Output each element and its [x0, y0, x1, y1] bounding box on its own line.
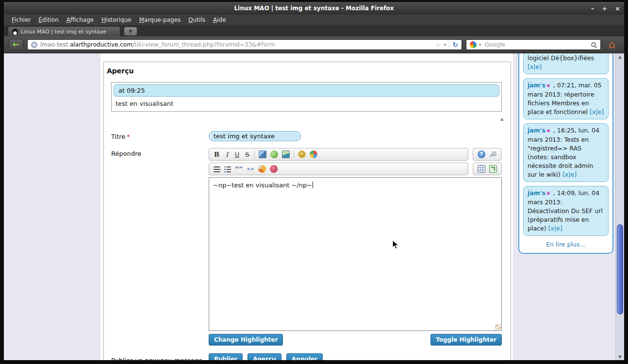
fullscreen-icon[interactable]	[489, 165, 497, 173]
search-input[interactable]	[484, 41, 588, 49]
titlebar[interactable]: Linux MAO | test img et syntaxe - Mozill…	[4, 2, 624, 15]
menu-edition[interactable]: Édition	[34, 16, 63, 24]
list-icon[interactable]	[224, 166, 231, 172]
align-icon[interactable]	[214, 166, 220, 172]
editor: B I U S	[209, 148, 502, 346]
menu-aide[interactable]: Aide	[209, 16, 230, 24]
search-bar[interactable]: ▾	[466, 39, 601, 50]
sidebar-post: jam's★ , 16:25, lun. 04 mars 2013: Tests…	[523, 123, 609, 182]
main-panel: Aperçu at 09:25 test en visualisant ▲ Ti…	[100, 53, 513, 360]
underline-button[interactable]: U	[234, 151, 240, 158]
minimize-button[interactable]: –	[591, 5, 595, 12]
text-caret	[313, 182, 313, 188]
menu-fichier[interactable]: Fichier	[8, 16, 34, 24]
preview-time: at 09:25	[114, 84, 499, 97]
reply-text: ~np~test en visualisant ~/np~	[213, 182, 312, 189]
url-domain: alarthproductive.com	[70, 41, 132, 48]
collapse-row: ▲	[104, 116, 504, 122]
title-input[interactable]	[209, 131, 301, 141]
back-button[interactable]: ←	[9, 39, 23, 50]
scrollbar[interactable]: ▲ ▼	[615, 53, 624, 360]
new-tab-button[interactable]: +	[124, 27, 137, 35]
toolbar-help-group	[473, 148, 502, 161]
author-link[interactable]: jam's	[528, 82, 545, 89]
star-icon: ★	[546, 190, 551, 197]
content-box: Aperçu at 09:25 test en visualisant ▲ Ti…	[103, 62, 511, 360]
bookmark-star-icon[interactable]: ☆	[435, 41, 441, 49]
menu-marque-pages[interactable]: Marque-pages	[135, 16, 185, 24]
tux-favicon	[12, 29, 18, 35]
image-icon[interactable]	[259, 150, 266, 158]
page-viewport: Aperçu at 09:25 test en visualisant ▲ Ti…	[4, 53, 624, 360]
plugin-icon[interactable]	[310, 150, 317, 158]
url-divider	[449, 41, 449, 49]
preview-button[interactable]: Aperçu	[248, 353, 281, 360]
bold-button[interactable]: B	[214, 151, 220, 158]
scroll-up-button[interactable]: ▲	[616, 53, 624, 60]
help-icon[interactable]	[478, 150, 485, 158]
title-row: Titre*	[104, 131, 511, 141]
url-dropdown-icon[interactable]: ▾	[444, 42, 446, 47]
title-label: Titre	[111, 133, 125, 140]
toggle-highlighter-button[interactable]: Toggle Highlighter	[430, 334, 502, 346]
google-icon	[470, 41, 477, 48]
toolbar-format-group: B I U S	[209, 148, 468, 161]
site-icon	[31, 42, 37, 48]
search-engine-dropdown-icon[interactable]: ▾	[479, 42, 481, 47]
toolbar-block-group	[209, 163, 468, 175]
publish-button[interactable]: Publier	[209, 353, 243, 360]
reply-label: Répondre	[104, 148, 209, 157]
scroll-thumb[interactable]	[617, 224, 623, 314]
url-subdomain: lmao-test.	[40, 41, 70, 48]
post-actions-link[interactable]: [x|e]	[528, 63, 542, 70]
change-highlighter-button[interactable]: Change Highlighter	[209, 334, 283, 346]
special-char-icon[interactable]	[270, 165, 278, 173]
tab-active[interactable]: Linux MAO | test img et syntaxe	[8, 26, 120, 36]
url-path: /tiki-view_forum_thread.php?forumId=33&#…	[132, 41, 275, 48]
sidebar-post: jam's★ , 14:09, lun. 04 mars 2013: Désac…	[523, 186, 609, 236]
url-bar[interactable]: lmao-test.alarthproductive.com/tiki-view…	[27, 39, 462, 50]
reload-icon[interactable]: ↻	[452, 41, 458, 49]
link-icon[interactable]	[270, 150, 278, 158]
publish-buttons: Publier Aperçu Annuler	[209, 353, 323, 360]
strikethrough-button[interactable]: S	[244, 151, 250, 158]
menu-affichage[interactable]: Affichage	[63, 16, 98, 24]
sidebar-panel: catégories du portail logiciel Dé{box}if…	[518, 53, 613, 254]
mouse-cursor	[392, 240, 399, 250]
table-icon[interactable]	[478, 165, 485, 173]
gallery-icon[interactable]	[282, 150, 290, 158]
author-link[interactable]: jam's	[528, 189, 545, 197]
scroll-down-button[interactable]: ▼	[616, 353, 624, 360]
read-more-link[interactable]: En lire plus…	[523, 240, 609, 249]
wrench-icon[interactable]	[489, 150, 497, 158]
author-link[interactable]: jam's	[528, 127, 545, 134]
close-button[interactable]: ×	[615, 5, 620, 12]
menu-outils[interactable]: Outils	[184, 16, 209, 24]
menu-historique[interactable]: Historique	[98, 16, 135, 24]
magnifier-icon[interactable]	[591, 42, 597, 48]
post-actions-link[interactable]: [x|e]	[590, 108, 604, 116]
post-actions-link[interactable]: [x|e]	[562, 171, 577, 178]
sidebar-post: catégories du portail logiciel Dé{box}if…	[523, 53, 609, 74]
toolbar-separator	[294, 150, 294, 158]
resize-grip[interactable]	[495, 324, 501, 330]
collapse-arrow-icon[interactable]: ▲	[500, 116, 504, 122]
post-actions-link[interactable]: [x|e]	[548, 225, 562, 232]
reply-textarea[interactable]: ~np~test en visualisant ~/np~	[209, 177, 502, 331]
menubar: Fichier Édition Affichage Historique Mar…	[4, 15, 624, 25]
preview-body: test en visualisant	[114, 97, 499, 109]
home-icon: ⌂	[609, 39, 615, 50]
editor-toolbar-row2	[209, 163, 502, 175]
maximize-button[interactable]: +	[602, 5, 607, 12]
post-text: catégories du portail logiciel Dé{box}if…	[528, 53, 594, 62]
window-title: Linux MAO | test img et syntaxe - Mozill…	[234, 5, 394, 12]
code-icon[interactable]	[247, 165, 254, 173]
color-icon[interactable]	[258, 165, 266, 173]
cancel-button[interactable]: Annuler	[286, 353, 323, 360]
italic-button[interactable]: I	[224, 151, 230, 158]
quote-icon[interactable]	[235, 165, 243, 173]
home-button[interactable]: ⌂	[605, 38, 619, 51]
sidebar-post: jam's★ , 07:21, mar. 05 mars 2013: réper…	[523, 78, 609, 119]
required-asterisk: *	[127, 133, 130, 140]
smiley-icon[interactable]	[298, 150, 306, 158]
